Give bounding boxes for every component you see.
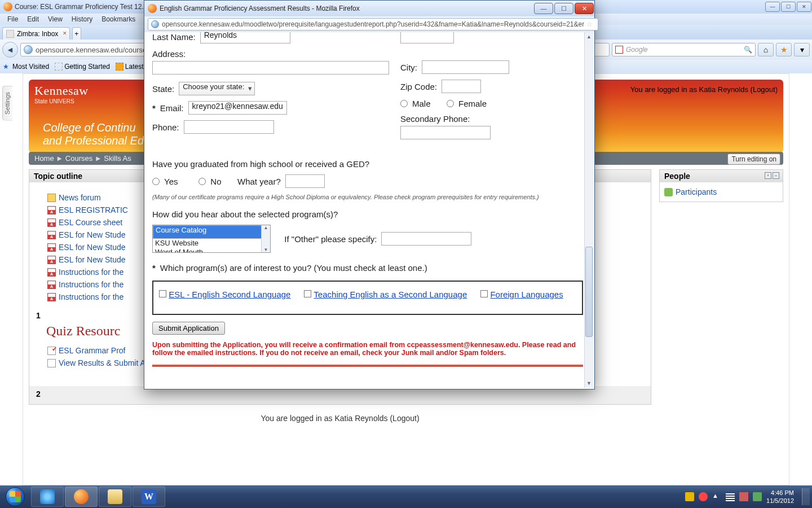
listbox-scrollbar[interactable]: ▲▼ xyxy=(261,225,270,252)
people-block: People ‹– Participants xyxy=(659,169,783,202)
address-label: Address: xyxy=(152,49,186,59)
pdf-icon xyxy=(47,256,56,264)
search-icon[interactable]: 🔍 xyxy=(744,46,752,54)
crumb-skills[interactable]: Skills As xyxy=(104,154,131,163)
program-foreign-link[interactable]: Foreign Languages xyxy=(490,290,563,299)
menu-view[interactable]: View xyxy=(43,15,67,23)
zip-field[interactable] xyxy=(442,80,481,93)
tab-close-icon[interactable]: ✕ xyxy=(63,30,67,36)
tray-volume-icon[interactable] xyxy=(726,492,735,501)
submit-application-button[interactable]: Submit Application xyxy=(152,322,225,335)
pdf-icon xyxy=(47,206,56,214)
popup-url-text: opensource.kennesaw.edu/moodletwo/prereq… xyxy=(162,20,584,28)
program-tesl-checkbox[interactable] xyxy=(304,290,311,297)
program-foreign-checkbox[interactable] xyxy=(480,290,488,297)
email-field[interactable]: kreyno21@kennesaw.edu xyxy=(188,101,287,115)
program-esl-checkbox[interactable] xyxy=(159,290,166,297)
state-label: State: xyxy=(152,84,174,94)
hs-question: Have you graduated from high school or r… xyxy=(152,159,369,169)
state-select[interactable]: Choose your state: xyxy=(179,82,255,95)
windows-orb-icon xyxy=(6,487,25,506)
scroll-up-icon[interactable]: ▲ xyxy=(585,32,593,41)
form-content: ▲ ▼ Last Name: Reynolds Address: State: … xyxy=(144,32,594,389)
feeds-button[interactable]: ▾ xyxy=(794,43,810,56)
pdf-icon xyxy=(47,231,56,239)
menu-file[interactable]: File xyxy=(3,15,23,23)
task-word[interactable]: W xyxy=(133,487,165,507)
city-field[interactable] xyxy=(422,60,509,74)
crumb-courses[interactable]: Courses xyxy=(65,154,92,163)
close-button[interactable]: ✕ xyxy=(797,2,811,12)
popup-firefox-window: English Grammar Proficiency Assessment R… xyxy=(144,0,595,389)
home-button[interactable]: ⌂ xyxy=(758,43,774,56)
other-field[interactable] xyxy=(381,232,471,246)
hear-opt[interactable]: Course Catalog xyxy=(153,225,270,239)
back-button[interactable]: ◄ xyxy=(2,42,18,58)
tray-shield-icon[interactable] xyxy=(685,492,694,501)
minimize-button[interactable]: — xyxy=(765,2,780,12)
hear-about-listbox[interactable]: Course Catalog KSU Website Word of Mouth… xyxy=(152,225,271,253)
tray-alert-icon[interactable] xyxy=(699,492,708,501)
last-name-field[interactable]: Reynolds xyxy=(200,32,290,43)
taskbar-clock[interactable]: 4:46 PM 11/5/2012 xyxy=(766,489,794,505)
yes-label: Yes xyxy=(164,177,178,186)
menu-history[interactable]: History xyxy=(67,15,97,23)
address-field[interactable] xyxy=(152,61,389,75)
tray-flag-icon[interactable] xyxy=(739,492,748,501)
hear-opt[interactable]: Word of Mouth xyxy=(153,248,270,253)
scroll-thumb[interactable] xyxy=(585,247,593,337)
search-box[interactable]: Google 🔍 xyxy=(612,43,756,56)
hs-no-radio[interactable] xyxy=(198,178,206,185)
crumb-home[interactable]: Home xyxy=(34,154,54,163)
gender-male-radio[interactable] xyxy=(400,100,408,107)
female-label: Female xyxy=(458,99,487,108)
gender-female-radio[interactable] xyxy=(447,100,454,107)
bookmark-star-icon[interactable]: ☆ xyxy=(584,20,595,28)
popup-minimize-button[interactable]: — xyxy=(534,3,553,14)
hide-icon[interactable]: – xyxy=(773,172,779,179)
participants-icon xyxy=(664,188,673,196)
tray-up-icon[interactable]: ▲ xyxy=(712,492,721,501)
popup-url-bar[interactable]: opensource.kennesaw.edu/moodletwo/prereq… xyxy=(148,18,598,30)
phone-label: Phone: xyxy=(152,122,179,132)
participants-link[interactable]: Participants xyxy=(663,186,779,198)
ie-icon xyxy=(40,489,55,504)
hs-yes-radio[interactable] xyxy=(152,178,160,185)
sec-phone-label: Secondary Phone: xyxy=(400,114,470,124)
popup-maximize-button[interactable]: ☐ xyxy=(554,3,573,14)
bookmark-most-visited[interactable]: ★Most Visited xyxy=(3,63,49,71)
show-desktop-button[interactable] xyxy=(802,488,810,505)
dock-icon[interactable]: ‹ xyxy=(765,172,771,179)
popup-close-button[interactable]: ✕ xyxy=(575,3,594,14)
task-explorer[interactable] xyxy=(99,487,131,507)
program-esl-link[interactable]: ESL - English Second Language xyxy=(169,290,290,299)
clock-time: 4:46 PM xyxy=(766,489,794,497)
pdf-icon xyxy=(47,268,56,277)
settings-tab[interactable]: Settings xyxy=(2,86,12,121)
bookmark-getting-started[interactable]: Getting Started xyxy=(55,63,110,71)
tray-av-icon[interactable] xyxy=(753,492,762,501)
hear-opt[interactable]: KSU Website xyxy=(153,239,270,248)
menu-edit[interactable]: Edit xyxy=(23,15,43,23)
other-label: If "Other" please specify: xyxy=(284,234,377,244)
unknown-field[interactable] xyxy=(400,32,454,43)
start-button[interactable] xyxy=(0,485,30,508)
popup-title: English Grammar Proficiency Assessment R… xyxy=(160,5,360,12)
sec-phone-field[interactable] xyxy=(400,126,491,139)
tab-new[interactable]: + xyxy=(72,27,81,40)
footer-login-info: You are logged in as Katia Reynolds (Log… xyxy=(29,410,651,426)
popup-scrollbar[interactable]: ▲ ▼ xyxy=(584,32,593,388)
task-firefox[interactable] xyxy=(65,487,98,507)
menu-bookmarks[interactable]: Bookmarks xyxy=(97,15,140,23)
pdf-icon xyxy=(47,243,56,252)
turn-editing-on-button[interactable]: Turn editing on xyxy=(727,154,780,165)
tab-zimbra[interactable]: Zimbra: Inbox✕ xyxy=(2,27,70,40)
scroll-down-icon[interactable]: ▼ xyxy=(585,379,593,388)
bookmarks-button[interactable]: ★ xyxy=(776,43,792,56)
phone-field[interactable] xyxy=(184,120,274,134)
program-tesl-link[interactable]: Teaching English as a Second Language xyxy=(314,290,467,299)
url-text: opensource.kennesaw.edu/courses/co xyxy=(36,46,160,54)
task-ie[interactable] xyxy=(31,487,64,507)
what-year-field[interactable] xyxy=(285,174,325,188)
maximize-button[interactable]: ☐ xyxy=(781,2,796,12)
